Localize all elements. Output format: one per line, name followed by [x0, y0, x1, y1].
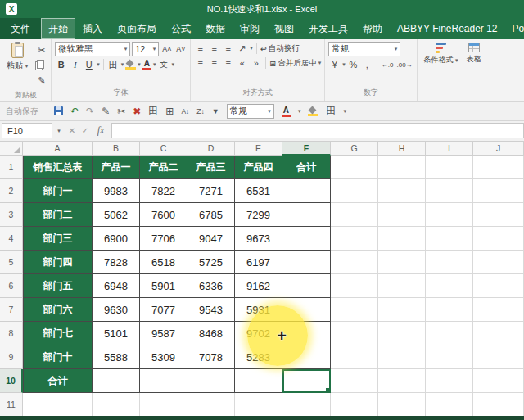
row-header-4[interactable]: 4 [0, 227, 23, 251]
cell-G3[interactable] [331, 203, 378, 227]
font-size-select[interactable]: 12▾ [132, 42, 159, 56]
name-box-caret-icon[interactable]: ▾ [52, 128, 66, 134]
cell-H4[interactable] [378, 227, 426, 251]
cell-I7[interactable] [426, 298, 473, 322]
font-name-select[interactable]: 微软雅黑▾ [55, 42, 130, 56]
tab-Power Pivot[interactable]: Power Pivot [505, 18, 524, 39]
row-header-5[interactable]: 5 [0, 251, 23, 274]
cell-C8[interactable]: 9587 [140, 322, 187, 345]
pinyin-guide-icon[interactable]: 文 [158, 58, 170, 71]
cell-G9[interactable] [331, 345, 378, 369]
cell-J1[interactable] [473, 156, 524, 179]
cut-icon[interactable]: ✂ [35, 43, 47, 56]
row-header-7[interactable]: 7 [0, 298, 23, 322]
col-header-J[interactable]: J [473, 142, 524, 156]
cell-H3[interactable] [378, 203, 426, 227]
cell-C9[interactable]: 5309 [140, 345, 187, 369]
cell-B9[interactable]: 5588 [93, 345, 140, 369]
font-color-icon[interactable]: A [142, 59, 151, 70]
cell-G4[interactable] [331, 227, 378, 251]
undo-icon[interactable]: ↶ [70, 106, 79, 117]
cell-A4[interactable]: 部门三 [23, 227, 93, 251]
comma-style-icon[interactable]: , [361, 58, 373, 71]
col-header-F[interactable]: F [282, 142, 331, 156]
cell-A5[interactable]: 部门四 [23, 251, 93, 274]
cell-I8[interactable] [426, 322, 473, 345]
decrease-decimal-icon[interactable]: .00→ [395, 58, 413, 71]
cell-D3[interactable]: 6785 [187, 203, 235, 227]
cell-A10[interactable]: 合计 [23, 369, 93, 393]
cell-B11[interactable] [93, 393, 140, 416]
align-top-icon[interactable]: ≡ [194, 42, 206, 55]
qat-merge-icon[interactable]: ⊞ [165, 106, 174, 117]
cancel-icon[interactable]: ✕ [66, 126, 79, 135]
col-header-B[interactable]: B [93, 142, 140, 156]
wrap-text-button[interactable]: ↩ 自动换行 [260, 43, 300, 54]
tab-开发工具[interactable]: 开发工具 [301, 18, 355, 39]
align-right-icon[interactable]: ≡ [222, 56, 234, 70]
underline-button[interactable]: U [83, 58, 95, 71]
format-painter-icon[interactable]: ✎ [35, 74, 47, 87]
cell-C1[interactable]: 产品二 [140, 156, 187, 179]
row-header-11[interactable]: 11 [0, 393, 23, 416]
cell-J5[interactable] [473, 251, 524, 274]
bold-button[interactable]: B [55, 58, 67, 71]
cell-H10[interactable] [378, 369, 426, 393]
italic-button[interactable]: I [69, 58, 81, 71]
cell-G2[interactable] [331, 179, 378, 203]
cell-D5[interactable]: 5725 [187, 251, 235, 274]
decrease-indent-icon[interactable]: « [236, 56, 248, 70]
cell-A3[interactable]: 部门二 [23, 203, 93, 227]
fill-color-icon[interactable] [125, 60, 136, 70]
cell-D9[interactable]: 7078 [187, 345, 235, 369]
merge-center-button[interactable]: ⊞ 合并后居中 ▾ [269, 58, 321, 69]
cell-G6[interactable] [331, 274, 378, 298]
align-bottom-icon[interactable]: ≡ [222, 42, 234, 55]
cell-G1[interactable] [331, 156, 378, 179]
row-header-3[interactable]: 3 [0, 203, 23, 227]
cell-I5[interactable] [426, 251, 473, 274]
cell-C2[interactable]: 7822 [140, 179, 187, 203]
cell-H6[interactable] [378, 274, 426, 298]
cell-D10[interactable] [187, 369, 235, 393]
cell-E2[interactable]: 6531 [235, 179, 282, 203]
save-icon[interactable] [54, 106, 63, 115]
percent-icon[interactable]: % [347, 58, 359, 71]
cell-J3[interactable] [473, 203, 524, 227]
cell-I11[interactable] [426, 393, 473, 416]
tab-帮助[interactable]: 帮助 [355, 18, 390, 39]
cell-B8[interactable]: 5101 [93, 322, 140, 345]
enter-icon[interactable]: ✓ [79, 126, 92, 135]
cell-C3[interactable]: 7600 [140, 203, 187, 227]
cell-A9[interactable]: 部门十 [23, 345, 93, 369]
cell-B5[interactable]: 7828 [93, 251, 140, 274]
row-header-9[interactable]: 9 [0, 345, 23, 369]
row-header-6[interactable]: 6 [0, 274, 23, 298]
paste-button[interactable]: 粘贴 ▾ [3, 42, 31, 72]
cell-H5[interactable] [378, 251, 426, 274]
align-left-icon[interactable]: ≡ [194, 56, 206, 70]
row-header-2[interactable]: 2 [0, 179, 23, 203]
cell-F1[interactable]: 合计 [282, 156, 331, 179]
tab-插入[interactable]: 插入 [75, 18, 110, 39]
cell-B2[interactable]: 9983 [93, 179, 140, 203]
insert-function-icon[interactable]: fx [92, 124, 110, 137]
cell-F5[interactable] [282, 251, 331, 274]
cell-H1[interactable] [378, 156, 426, 179]
cell-B7[interactable]: 9630 [93, 298, 140, 322]
cell-E10[interactable] [235, 369, 282, 393]
cell-C7[interactable]: 7077 [140, 298, 187, 322]
increase-font-icon[interactable]: A˄ [160, 43, 173, 56]
cell-A11[interactable] [23, 393, 93, 416]
cell-G11[interactable] [331, 393, 378, 416]
cell-H7[interactable] [378, 298, 426, 322]
col-header-H[interactable]: H [378, 142, 426, 156]
cell-H9[interactable] [378, 345, 426, 369]
cell-B3[interactable]: 5062 [93, 203, 140, 227]
tab-审阅[interactable]: 审阅 [233, 18, 267, 39]
qat-borders-icon[interactable]: 田 [148, 104, 158, 118]
col-header-D[interactable]: D [187, 142, 235, 156]
cell-J7[interactable] [473, 298, 524, 322]
qat-number-format-select[interactable]: 常规▾ [227, 104, 274, 119]
cell-F6[interactable] [282, 274, 331, 298]
